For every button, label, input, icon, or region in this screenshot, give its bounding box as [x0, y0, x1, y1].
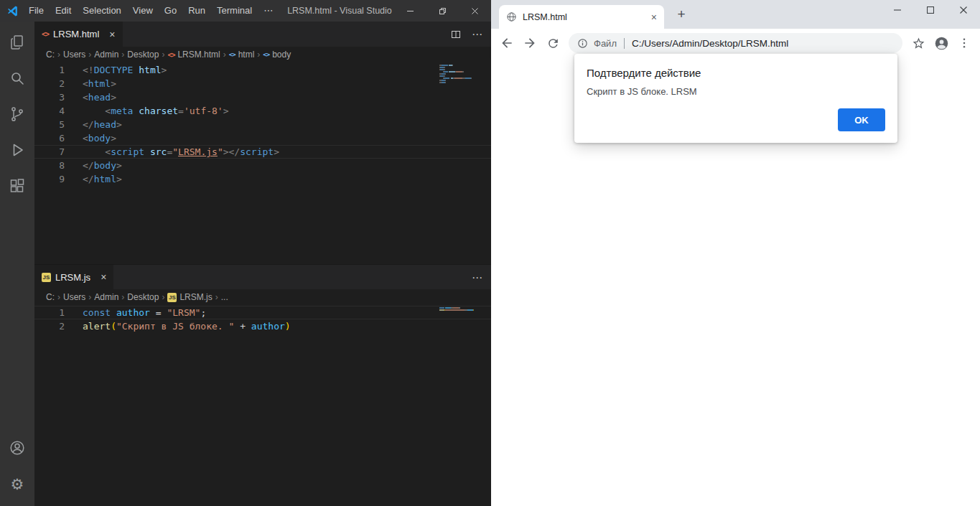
- dialog-title: Подтвердите действие: [587, 67, 885, 79]
- tab-label: LRSM.html: [53, 29, 99, 39]
- more-actions-icon[interactable]: ⋯: [472, 272, 482, 283]
- code-token: </: [83, 174, 94, 184]
- vscode-menubar: FileEditSelectionViewGoRunTerminal⋯: [23, 0, 279, 22]
- split-editor-icon[interactable]: [450, 29, 462, 40]
- forward-icon[interactable]: [518, 32, 541, 55]
- editor-group-js: JS LRSM.js × ⋯ C:›Users›Admin›Desktop›JS…: [34, 264, 491, 506]
- code-line[interactable]: 1const author = "LRSM";: [34, 306, 491, 319]
- menu-more[interactable]: ⋯: [258, 0, 279, 22]
- code-token: <!: [83, 65, 94, 75]
- code-text: <script src="LRSM.js"></script>: [65, 145, 279, 159]
- page-favicon-icon: [506, 11, 517, 22]
- breadcrumb-item[interactable]: ...: [221, 292, 228, 302]
- tab-title: LRSM.html: [523, 12, 645, 22]
- reload-icon[interactable]: [541, 32, 564, 55]
- code-line[interactable]: 9</html>: [34, 172, 491, 186]
- restore-button[interactable]: [426, 0, 459, 22]
- breadcrumb-item[interactable]: C:: [46, 292, 55, 302]
- code-text: <body>: [65, 131, 116, 145]
- html-file-icon: <>: [167, 51, 174, 59]
- code-line[interactable]: 3<head>: [34, 90, 491, 104]
- breadcrumb-item[interactable]: Desktop: [127, 292, 159, 302]
- minimize-button[interactable]: [394, 0, 426, 22]
- minimap-segment: [471, 78, 472, 79]
- editor-tab-lrsm-html[interactable]: <> LRSM.html ×: [34, 22, 123, 47]
- code-token: <: [83, 133, 88, 144]
- minimap[interactable]: [439, 65, 481, 84]
- breadcrumb-item[interactable]: Admin: [94, 292, 118, 302]
- menu-selection[interactable]: Selection: [77, 0, 126, 22]
- breadcrumb-item[interactable]: <>html: [229, 50, 255, 60]
- back-icon[interactable]: [495, 32, 518, 55]
- breadcrumb: C:›Users›Admin›Desktop›<>LRSM.html›<>htm…: [34, 47, 491, 62]
- code-line[interactable]: 2alert("Скрипт в JS блоке. " + author): [34, 319, 491, 333]
- menu-run[interactable]: Run: [182, 0, 211, 22]
- close-tab-icon[interactable]: ×: [109, 29, 115, 39]
- code-line[interactable]: 2<html>: [34, 77, 491, 90]
- profile-avatar-icon[interactable]: [930, 32, 953, 55]
- code-token: head: [88, 92, 111, 103]
- line-number: 5: [34, 118, 65, 131]
- code-token: </: [229, 146, 241, 157]
- address-bar[interactable]: Файл C:/Users/Admin/Desktop/LRSM.html: [569, 33, 902, 53]
- chrome-window-controls: [881, 0, 980, 20]
- breadcrumb-item[interactable]: Users: [63, 292, 85, 302]
- code-token: >: [116, 174, 122, 184]
- explorer-icon[interactable]: [0, 24, 34, 60]
- minimap-line: [439, 65, 481, 66]
- code-line[interactable]: 1<!DOCTYPE html>: [34, 63, 491, 77]
- code-editor[interactable]: 1const author = "LRSM";2alert("Скрипт в …: [34, 306, 491, 333]
- close-tab-icon[interactable]: ×: [101, 272, 106, 282]
- account-icon[interactable]: [0, 430, 34, 466]
- bookmark-star-icon[interactable]: [907, 32, 930, 55]
- breadcrumb-item[interactable]: JSLRSM.js: [167, 292, 212, 302]
- maximize-button[interactable]: [914, 0, 947, 20]
- breadcrumb-item[interactable]: C:: [46, 50, 55, 60]
- browser-tab[interactable]: LRSM.html ×: [499, 5, 664, 29]
- close-button[interactable]: [459, 0, 491, 22]
- run-debug-icon[interactable]: [0, 132, 34, 168]
- line-number: 4: [34, 104, 65, 118]
- address-url[interactable]: C:/Users/Admin/Desktop/LRSM.html: [632, 38, 788, 49]
- source-control-icon[interactable]: [0, 96, 34, 132]
- code-line[interactable]: 4 <meta charset='utf-8'>: [34, 104, 491, 118]
- breadcrumb-item[interactable]: <>body: [263, 50, 291, 60]
- menu-dots-icon[interactable]: [953, 32, 976, 55]
- minimize-button[interactable]: [881, 0, 914, 20]
- menu-go[interactable]: Go: [159, 0, 182, 22]
- code-token: <: [105, 146, 111, 157]
- more-actions-icon[interactable]: ⋯: [472, 29, 482, 39]
- code-text: </head>: [65, 118, 122, 131]
- menu-view[interactable]: View: [127, 0, 159, 22]
- code-token: >: [111, 78, 116, 89]
- code-editor[interactable]: 1<!DOCTYPE html>2<html>3<head>4 <meta ch…: [34, 63, 491, 186]
- code-token: </: [83, 119, 94, 130]
- code-token: [83, 146, 105, 157]
- breadcrumb-item[interactable]: Users: [63, 50, 85, 60]
- close-tab-icon[interactable]: ×: [651, 12, 657, 22]
- breadcrumb-item[interactable]: <>LRSM.html: [167, 50, 220, 60]
- settings-gear-icon[interactable]: ⚙: [0, 466, 34, 502]
- code-token: <: [105, 106, 111, 116]
- search-icon[interactable]: [0, 60, 34, 96]
- minimap-line: [439, 67, 481, 68]
- editor-tab-lrsm-js[interactable]: JS LRSM.js ×: [34, 265, 113, 289]
- new-tab-button[interactable]: +: [672, 5, 691, 24]
- code-line[interactable]: 5</head>: [34, 118, 491, 131]
- breadcrumb-label: ...: [221, 292, 228, 302]
- close-button[interactable]: [947, 0, 980, 20]
- breadcrumb-item[interactable]: Desktop: [127, 50, 159, 60]
- menu-edit[interactable]: Edit: [50, 0, 77, 22]
- code-line[interactable]: 6<body>: [34, 131, 491, 145]
- menu-file[interactable]: File: [23, 0, 50, 22]
- code-line[interactable]: 8</body>: [34, 159, 491, 172]
- menu-terminal[interactable]: Terminal: [211, 0, 258, 22]
- code-line[interactable]: 7 <script src="LRSM.js"></script>: [34, 145, 491, 159]
- minimap[interactable]: [439, 307, 481, 311]
- info-icon[interactable]: [577, 38, 588, 49]
- code-token: >: [111, 92, 116, 103]
- breadcrumb-item[interactable]: Admin: [94, 50, 118, 60]
- ok-button[interactable]: OK: [838, 108, 885, 131]
- extensions-icon[interactable]: [0, 168, 34, 204]
- minimap-segment: [455, 78, 462, 79]
